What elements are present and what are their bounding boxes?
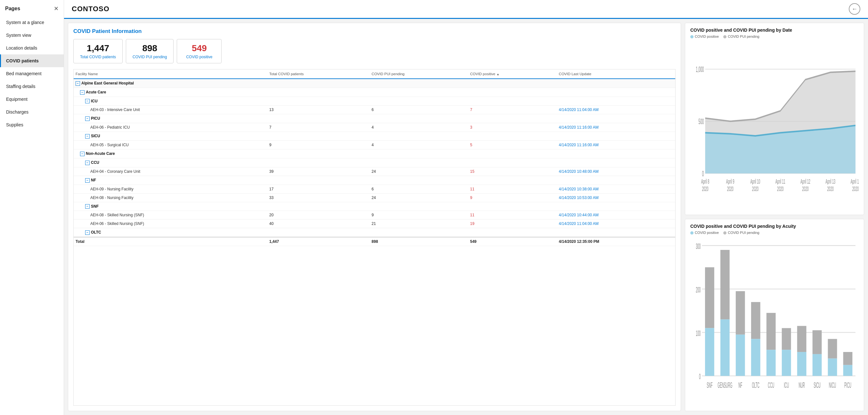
- svg-text:SNF: SNF: [707, 381, 712, 389]
- summary-card: 549COVID positive: [177, 39, 222, 63]
- svg-text:2020: 2020: [827, 185, 834, 192]
- bar-chart-legend: COVID positiveCOVID PUI pending: [690, 231, 859, 234]
- sidebar-item-discharges[interactable]: Discharges: [0, 105, 64, 118]
- sidebar-item-system-at-glance[interactable]: System at a glance: [0, 16, 64, 29]
- svg-rect-32: [720, 319, 730, 376]
- svg-rect-49: [813, 330, 822, 354]
- content-area: COVID Patient Information 1,447Total COV…: [64, 19, 868, 415]
- svg-text:April 13: April 13: [826, 178, 835, 185]
- sidebar-item-staffing-details[interactable]: Staffing details: [0, 80, 64, 93]
- total-cell: 39: [267, 167, 370, 175]
- expand-icon[interactable]: −: [85, 117, 90, 121]
- svg-text:April 8: April 8: [701, 178, 710, 185]
- positive-cell: 3: [468, 123, 557, 132]
- right-panel: COVID positive and COVID PUI pending by …: [685, 23, 864, 411]
- section-title: COVID Patient Information: [73, 28, 676, 35]
- sidebar-item-equipment[interactable]: Equipment: [0, 93, 64, 105]
- svg-rect-55: [843, 352, 852, 365]
- bar-chart-container: 0100200300SNFGENSURGNFOLTCCCUICUNURSICUN…: [690, 237, 859, 406]
- facility-name-cell: AEH-08 - Skilled Nursing (SNF): [74, 211, 267, 220]
- svg-text:2020: 2020: [777, 185, 783, 192]
- sidebar-item-bed-management[interactable]: Bed management: [0, 67, 64, 80]
- sidebar-item-system-view[interactable]: System view: [0, 29, 64, 41]
- app-title: CONTOSO: [72, 5, 110, 13]
- expand-icon[interactable]: −: [80, 152, 85, 156]
- expand-icon[interactable]: −: [85, 204, 90, 209]
- subsubgroup-header-cell: −NF: [74, 175, 675, 185]
- svg-text:2020: 2020: [727, 185, 734, 192]
- topbar: CONTOSO ←: [64, 0, 868, 19]
- facility-name-cell: AEH-06 - Pediatric ICU: [74, 123, 267, 132]
- svg-rect-50: [813, 354, 822, 376]
- pui-cell: 24: [370, 167, 468, 175]
- sidebar: Pages ✕ System at a glanceSystem viewLoc…: [0, 0, 64, 415]
- back-button[interactable]: ←: [849, 3, 860, 15]
- expand-icon[interactable]: −: [85, 161, 90, 165]
- legend-dot: [723, 35, 726, 38]
- expand-icon[interactable]: −: [85, 230, 90, 235]
- table-row: AEH-03 - Intensive Care Unit13674/14/202…: [74, 105, 675, 114]
- svg-text:NUR: NUR: [799, 381, 805, 389]
- table-row: −PICU: [74, 114, 675, 123]
- positive-cell: 5: [468, 141, 557, 150]
- svg-rect-35: [736, 335, 745, 376]
- last-update-cell: 4/14/2020 10:44:00 AM: [557, 211, 675, 220]
- total-date-cell: 4/14/2020 12:35:00 PM: [557, 237, 675, 246]
- card-label: Total COVID patients: [80, 55, 116, 59]
- legend-item: COVID PUI pending: [723, 231, 759, 234]
- col-header-lastUpdate[interactable]: COVID Last Update: [557, 69, 675, 79]
- sidebar-item-location-details[interactable]: Location details: [0, 41, 64, 54]
- legend-item: COVID PUI pending: [723, 35, 759, 38]
- summary-card: 1,447Total COVID patients: [73, 39, 123, 63]
- expand-icon[interactable]: −: [75, 81, 80, 86]
- subgroup-header-cell: −Acute Care: [74, 88, 675, 97]
- legend-dot: [723, 231, 726, 234]
- bar-chart-card: COVID positive and COVID PUI pending by …: [685, 219, 864, 411]
- total-cell: 7: [267, 123, 370, 132]
- sidebar-close-button[interactable]: ✕: [54, 6, 59, 11]
- left-panel: COVID Patient Information 1,447Total COV…: [68, 23, 681, 411]
- line-chart-title: COVID positive and COVID PUI pending by …: [690, 28, 859, 33]
- total-cell: 17: [267, 185, 370, 193]
- bar-chart-title: COVID positive and COVID PUI pending by …: [690, 224, 859, 229]
- table-row: −NF: [74, 175, 675, 185]
- expand-icon[interactable]: −: [85, 134, 90, 138]
- legend-item: COVID positive: [690, 35, 719, 38]
- total-cell: 9: [267, 141, 370, 150]
- svg-text:0: 0: [702, 170, 704, 178]
- col-header-pui[interactable]: COVID PUI pending: [370, 69, 468, 79]
- table-row: −Acute Care: [74, 88, 675, 97]
- pui-cell: 4: [370, 141, 468, 150]
- expand-icon[interactable]: −: [80, 90, 85, 95]
- svg-rect-40: [767, 313, 776, 350]
- legend-dot: [690, 231, 693, 234]
- expand-icon[interactable]: −: [85, 178, 90, 183]
- svg-text:GENSURG: GENSURG: [717, 381, 732, 389]
- sidebar-item-covid-patients[interactable]: COVID patients: [0, 54, 64, 67]
- group-header-cell: −Alpine East General Hospital: [74, 79, 675, 88]
- subsubgroup-header-cell: −SNF: [74, 202, 675, 211]
- svg-rect-37: [751, 302, 761, 339]
- last-update-cell: 4/14/2020 11:04:00 AM: [557, 105, 675, 114]
- positive-cell: 15: [468, 167, 557, 175]
- svg-text:CCU: CCU: [768, 381, 774, 389]
- total-cell: 33: [267, 193, 370, 202]
- subgroup-header-cell: −Non-Acute Care: [74, 150, 675, 158]
- svg-rect-47: [797, 352, 807, 376]
- col-header-facility[interactable]: Facility Name: [74, 69, 267, 79]
- col-header-total[interactable]: Total COVID patients: [267, 69, 370, 79]
- facility-name-cell: AEH-08 - Nursing Facility: [74, 193, 267, 202]
- summary-cards: 1,447Total COVID patients898COVID PUI pe…: [73, 39, 676, 63]
- svg-rect-43: [782, 328, 791, 350]
- pui-cell: 4: [370, 123, 468, 132]
- table-row: −SNF: [74, 202, 675, 211]
- pui-cell: 9: [370, 211, 468, 220]
- total-positive-cell: 549: [468, 237, 557, 246]
- svg-text:April 9: April 9: [726, 178, 735, 185]
- sidebar-item-supplies[interactable]: Supplies: [0, 118, 64, 131]
- last-update-cell: 4/14/2020 11:16:00 AM: [557, 123, 675, 132]
- expand-icon[interactable]: −: [85, 99, 90, 103]
- col-header-positive[interactable]: COVID positive▲: [468, 69, 557, 79]
- subsubgroup-header-cell: −ICU: [74, 97, 675, 105]
- data-table-wrapper[interactable]: Facility NameTotal COVID patientsCOVID P…: [73, 69, 676, 406]
